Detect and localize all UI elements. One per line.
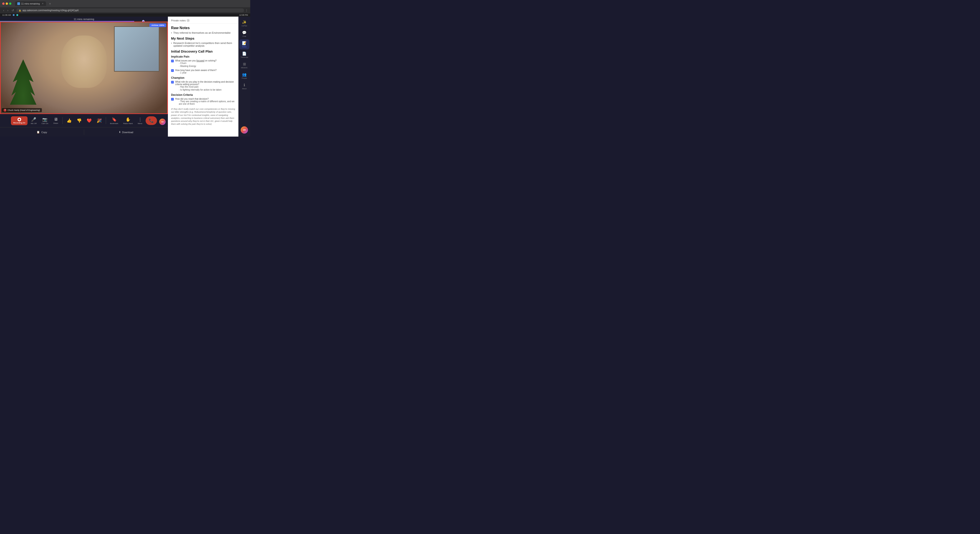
- bookmark-button[interactable]: 🔖 Bookmark: [108, 116, 120, 126]
- browser-tab[interactable]: 11 mins remaining ✕: [15, 2, 46, 6]
- airtime-badge: Airtime 100%: [150, 24, 166, 27]
- video-background: Airtime 100% 🎤 Chuck Hardy (Head of Engi…: [0, 22, 168, 114]
- heart-icon: ❤️: [87, 118, 92, 123]
- info-icon[interactable]: ?: [186, 19, 190, 22]
- implicate-pain-q1-subs: Churn Wasting Energy: [175, 62, 216, 67]
- sub-item-fighting: Is fighting internally for action to be …: [179, 89, 235, 91]
- salesroom-logo: SR: [159, 119, 165, 125]
- close-window-button[interactable]: [2, 3, 5, 5]
- copy-button[interactable]: 📋 Copy: [0, 128, 84, 137]
- meddic-icon: ⊞: [243, 62, 246, 66]
- icon-bar: ✨ CoPilot 💬 Chat 📝 Notes 📄 Transcript ⊞ …: [239, 17, 250, 137]
- new-tab-button[interactable]: +: [48, 2, 52, 6]
- sidebar-item-people[interactable]: 👥 People: [239, 71, 249, 81]
- action-row: 📋 Copy ⬇ Download: [0, 127, 168, 137]
- implicate-pain-header: Implicate Pain: [171, 55, 235, 58]
- reload-button[interactable]: ↺: [11, 8, 15, 13]
- raw-notes-title: Raw Notes: [171, 26, 235, 30]
- heart-button[interactable]: ❤️: [85, 117, 94, 124]
- share-button[interactable]: 🖥 Share: [51, 116, 60, 125]
- tab-close-button[interactable]: ✕: [42, 3, 44, 5]
- tab-favicon: [17, 2, 20, 5]
- toolbar-divider-2: [106, 117, 106, 124]
- menu-button[interactable]: ⋮ Menu: [136, 116, 144, 126]
- minimize-window-button[interactable]: [6, 3, 8, 5]
- address-bar[interactable]: 🔒 app.salesroom.com/meeting/meeting-h34q…: [16, 8, 244, 12]
- decision-criteria-header: Decision Criteria: [171, 93, 235, 97]
- video-main: Airtime 100% 🎤 Chuck Hardy (Head of Engi…: [0, 22, 168, 114]
- sidebar-item-meddic[interactable]: ⊞ MEDDIC: [239, 60, 249, 70]
- sys-dot-blue: [13, 14, 14, 16]
- sys-dot-teal: [16, 14, 18, 16]
- system-bar-left: 11:38 AM: [2, 14, 18, 16]
- implicate-pain-q1: ✓ What issues are you focused on solving…: [171, 59, 235, 68]
- decision-criteria-q1-subs: They are creating a matrix of different …: [175, 100, 235, 105]
- notes-panel: Private notes ? Raw Notes They referred …: [168, 17, 239, 137]
- sidebar-item-transcript[interactable]: 📄 Transcript: [239, 50, 249, 60]
- app-container: 11 mins remaining Airtime 100% 🎤 Chuck H…: [0, 17, 250, 137]
- leave-icon: 📞: [149, 118, 154, 123]
- notes-label: Notes: [242, 46, 247, 48]
- call-plan-title: Initial Discovery Call Plan: [171, 49, 235, 53]
- salesroom-icon-bar-logo[interactable]: SR: [241, 126, 248, 134]
- browser-titlebar: 11 mins remaining ✕ +: [0, 0, 250, 7]
- sidebar-item-chat[interactable]: 💬 Chat: [239, 29, 249, 39]
- url-text: app.salesroom.com/meeting/meeting-h34qg-…: [22, 9, 79, 11]
- recording-dot-icon: [18, 118, 21, 121]
- checkbox-1: ✓: [171, 60, 174, 62]
- checkbox-2: ✓: [171, 69, 174, 72]
- notes-icon: 📝: [242, 41, 247, 45]
- implicate-pain-q2: ✓ How long have you been aware of them? …: [171, 69, 235, 75]
- bookmark-icon[interactable]: ⋮: [245, 9, 248, 12]
- next-steps-title: My Next Steps: [171, 37, 235, 40]
- system-time-left: 11:38 AM: [2, 14, 11, 16]
- confetti-icon: 🎉: [97, 118, 102, 123]
- sidebar-item-about[interactable]: ℹ About: [239, 81, 249, 91]
- bookmark-icon: 🔖: [112, 117, 117, 122]
- transcript-icon: 📄: [242, 51, 247, 56]
- sub-item-pain: Has the most pain: [179, 86, 235, 88]
- sub-item-matrix: They are creating a matrix of different …: [179, 100, 235, 105]
- checkbox-4: ✓: [171, 98, 174, 100]
- champion-header: Champion: [171, 76, 235, 80]
- thumbdown-button[interactable]: 👎: [75, 117, 83, 124]
- download-button[interactable]: ⬇ Download: [84, 128, 168, 137]
- sidebar-item-notes[interactable]: 📝 Notes: [239, 39, 249, 49]
- leave-button[interactable]: 📞: [146, 116, 157, 125]
- notes-content[interactable]: Raw Notes They referred to themselves as…: [168, 24, 239, 137]
- meddic-label: MEDDIC: [241, 67, 248, 69]
- cam-button[interactable]: 📷 Cam On: [40, 116, 50, 126]
- thumbup-button[interactable]: 👍: [65, 117, 73, 124]
- mic-icon: 🎤: [31, 117, 36, 122]
- lock-icon: 🔒: [19, 10, 21, 11]
- forward-button[interactable]: ›: [6, 8, 9, 13]
- raise-hand-button[interactable]: ✋ Raise Hand: [121, 116, 135, 126]
- mic-button[interactable]: 🎤 Mic Off: [29, 116, 38, 126]
- people-label: People: [242, 77, 247, 79]
- bookmark-label: Bookmark: [110, 123, 118, 124]
- system-time-right: 12:08 PM: [239, 14, 248, 16]
- share-icon: 🖥: [54, 117, 58, 122]
- chat-icon: 💬: [242, 30, 247, 35]
- raise-hand-label: Raise Hand: [123, 123, 133, 124]
- participant-name: Chuck Hardy (Head of Engineering): [8, 109, 40, 111]
- confetti-button[interactable]: 🎉: [95, 117, 103, 124]
- copilot-label: CoPilot: [242, 25, 247, 27]
- participant-label: 🎤 Chuck Hardy (Head of Engineering): [2, 108, 42, 112]
- chat-label: Chat: [242, 35, 246, 37]
- back-button[interactable]: ‹: [2, 8, 5, 13]
- copy-icon: 📋: [37, 131, 40, 134]
- traffic-lights: [2, 3, 11, 5]
- maximize-window-button[interactable]: [9, 3, 11, 5]
- browser-actions: ⋮: [245, 9, 248, 12]
- private-notes-label: Private notes ?: [171, 19, 190, 22]
- recording-button[interactable]: Recording On: [11, 116, 27, 125]
- copilot-icon: ✨: [242, 20, 247, 24]
- thumbdown-icon: 👎: [77, 118, 82, 123]
- sidebar-item-copilot[interactable]: ✨ CoPilot: [239, 18, 249, 29]
- transcript-label: Transcript: [240, 56, 248, 58]
- cam-icon: 📷: [42, 117, 47, 122]
- menu-icon: ⋮: [138, 117, 142, 122]
- tab-label: 11 mins remaining: [21, 3, 40, 5]
- top-bar: 11 mins remaining: [0, 17, 168, 22]
